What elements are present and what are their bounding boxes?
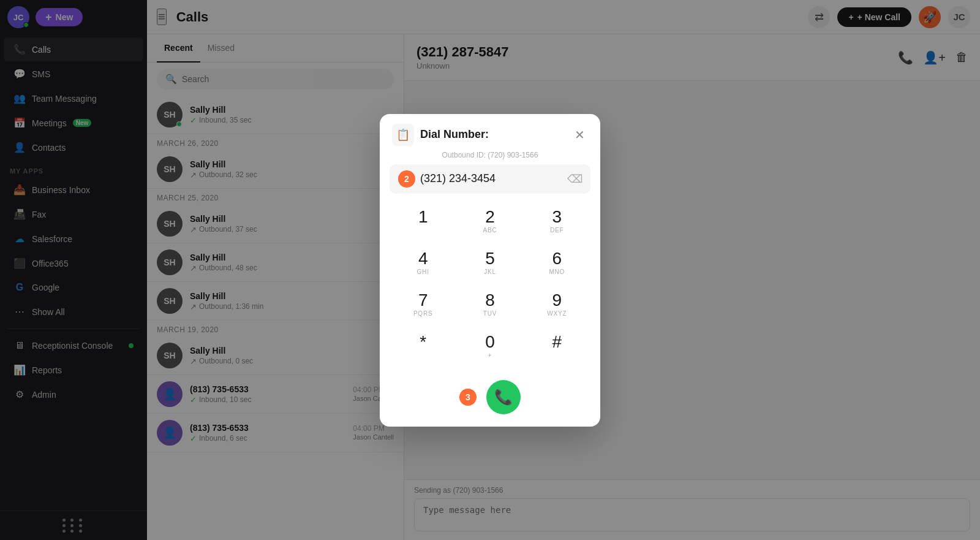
close-dialog-button[interactable]: ✕ — [571, 126, 588, 143]
dial-header: 📋 Dial Number: ✕ — [380, 114, 600, 151]
key-star[interactable]: * — [390, 326, 456, 368]
keypad: 1 2 ABC 3 DEF 4 GHI 5 JKL 6 MNO — [380, 201, 600, 375]
dial-title: Dial Number: — [420, 128, 489, 141]
key-6[interactable]: 6 MNO — [524, 243, 590, 284]
key-9[interactable]: 9 WXYZ — [524, 284, 590, 326]
step3-badge: 3 — [459, 389, 477, 406]
dial-number-input[interactable] — [420, 172, 562, 185]
backspace-button[interactable]: ⌫ — [567, 172, 582, 186]
dial-dialog: 📋 Dial Number: ✕ Outbound ID: (720) 903-… — [380, 114, 600, 427]
key-hash[interactable]: # — [524, 326, 590, 368]
dial-actions: 3 📞 — [380, 375, 600, 427]
dial-header-left: 📋 Dial Number: — [392, 124, 489, 146]
key-4[interactable]: 4 GHI — [390, 243, 456, 284]
key-1[interactable]: 1 — [390, 201, 456, 243]
dial-call-button[interactable]: 📞 — [486, 380, 521, 414]
key-5[interactable]: 5 JKL — [456, 243, 523, 284]
key-8[interactable]: 8 TUV — [456, 284, 523, 326]
modal-overlay[interactable]: 📋 Dial Number: ✕ Outbound ID: (720) 903-… — [0, 0, 980, 540]
key-3[interactable]: 3 DEF — [524, 201, 590, 243]
key-2[interactable]: 2 ABC — [456, 201, 523, 243]
dial-input-row: 2 ⌫ — [390, 164, 590, 194]
outbound-id-label: Outbound ID: (720) 903-1566 — [380, 151, 600, 159]
step2-badge: 2 — [398, 170, 415, 188]
contact-book-icon: 📋 — [392, 124, 414, 146]
key-0[interactable]: 0 + — [456, 326, 523, 368]
key-7[interactable]: 7 PQRS — [390, 284, 456, 326]
